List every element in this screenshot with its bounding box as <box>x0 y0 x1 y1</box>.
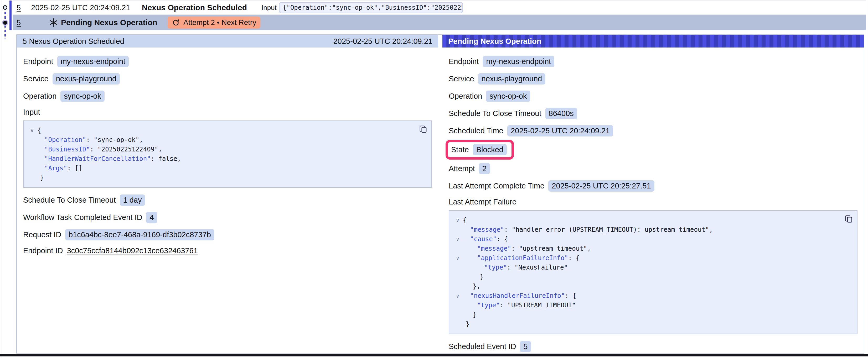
event-row-nexus-operation-scheduled[interactable]: 5 2025-02-25 UTC 20:24:09.21 Nexus Opera… <box>12 0 866 15</box>
json-text: "20250225122409" <box>97 146 158 153</box>
json-text: { <box>37 127 41 134</box>
copy-button[interactable] <box>844 215 853 224</box>
json-text: } <box>466 321 469 328</box>
input-preview-badge[interactable]: {"Operation":"sync-op-ok","BusinessID":"… <box>279 2 463 13</box>
json-text: "sync-op-ok" <box>94 136 139 143</box>
section-last-attempt-failure: Last Attempt Failure∨{"message": "handle… <box>449 198 858 334</box>
field-value-badge: 1 day <box>120 194 145 206</box>
field-label: Attempt <box>449 164 475 173</box>
field-wrap: Operationsync-op-ok <box>449 91 530 102</box>
field-wrap: Scheduled Event ID5 <box>449 341 531 352</box>
scheduled-panel-body: Endpointmy-nexus-endpointServicenexus-pl… <box>17 47 438 266</box>
field-wrap: Attempt2 <box>449 163 490 174</box>
field-label: Request ID <box>23 230 61 239</box>
json-text: , <box>709 226 713 233</box>
json-text: false <box>158 155 177 162</box>
field-label: Service <box>449 74 474 83</box>
code-text: "HandlerWaitForCancellation": false, <box>37 154 181 164</box>
pending-panel-body: Endpointmy-nexus-endpointServicenexus-pl… <box>442 47 864 353</box>
json-text: "NexusFailure" <box>515 264 568 271</box>
json-key: "BusinessID" <box>44 146 90 153</box>
collapse-chevron-icon[interactable]: ∨ <box>453 253 463 263</box>
json-text: : <box>511 245 519 252</box>
json-text: , <box>587 245 591 252</box>
code-text: }, <box>463 282 480 291</box>
field-label: Endpoint <box>449 57 479 66</box>
input-label: Input <box>261 3 277 11</box>
field-label: Service <box>23 74 49 83</box>
scheduled-panel-header: 5 Nexus Operation Scheduled 2025-02-25 U… <box>17 35 438 47</box>
field-value-badge: 2025-02-25 UTC 20:25:27.51 <box>548 180 654 192</box>
code-line: "BusinessID": "20250225122409", <box>27 144 413 154</box>
code-line: } <box>453 272 839 282</box>
collapse-chevron-icon[interactable]: ∨ <box>27 126 37 135</box>
json-text: "upstream timeout" <box>519 245 587 252</box>
copy-button[interactable] <box>418 125 428 134</box>
section-label: Last Attempt Failure <box>449 198 858 206</box>
field-wrap: Schedule To Close Timeout86400s <box>449 108 577 119</box>
panel-title: Pending Nexus Operation <box>448 37 541 46</box>
collapse-chevron-icon[interactable]: ∨ <box>453 291 463 300</box>
field-attempt: Attempt2 <box>449 163 858 174</box>
field-scheduled-event-id: Scheduled Event ID5 <box>449 341 858 352</box>
event-row-pending-nexus-operation[interactable]: 5 Pending Nexus Operation Attempt 2 • Ne… <box>12 15 866 30</box>
field-value-badge: 5 <box>520 341 531 352</box>
code-text: "BusinessID": "20250225122409", <box>37 144 162 154</box>
json-key: "type" <box>484 264 507 271</box>
event-name: Nexus Operation Scheduled <box>142 3 247 12</box>
field-label: Endpoint ID <box>23 247 63 255</box>
field-value-link[interactable]: 3c0c75ccfa8144b092c13ce632463761 <box>67 247 198 255</box>
field-scheduled-time: Scheduled Time2025-02-25 UTC 20:24:09.21 <box>449 125 858 136</box>
json-text: } <box>40 174 44 182</box>
json-text: : <box>151 155 158 162</box>
field-label: Schedule To Close Timeout <box>449 109 541 118</box>
field-wrap: Operationsync-op-ok <box>23 91 104 102</box>
event-id-link[interactable]: 5 <box>17 3 21 12</box>
field-endpoint-id: Endpoint ID3c0c75ccfa8144b092c13ce632463… <box>23 247 432 255</box>
field-value-badge: 2025-02-25 UTC 20:24:09.21 <box>507 125 613 136</box>
collapse-chevron-icon[interactable]: ∨ <box>453 234 463 244</box>
bottom-table-divider <box>0 354 868 356</box>
json-key: "type" <box>477 301 500 309</box>
code-text: { <box>463 216 467 225</box>
attempt-retry-badge: Attempt 2 • Next Retry <box>167 17 260 29</box>
code-text: "message": "upstream timeout", <box>463 244 591 253</box>
event-rows: 5 2025-02-25 UTC 20:24:09.21 Nexus Opera… <box>12 0 866 30</box>
event-id-link[interactable]: 5 <box>17 19 21 27</box>
copy-icon <box>419 125 428 133</box>
field-endpoint: Endpointmy-nexus-endpoint <box>449 56 858 67</box>
code-text: "Args": [] <box>37 164 83 173</box>
code-text: "type": "UPSTREAM_TIMEOUT" <box>463 300 576 310</box>
json-text: } <box>480 273 484 281</box>
json-text: : <box>507 264 515 271</box>
code-line: "Operation": "sync-op-ok", <box>27 135 413 144</box>
field-label: State <box>451 145 469 154</box>
code-text: "applicationFailureInfo": { <box>463 253 580 263</box>
collapse-chevron-icon[interactable]: ∨ <box>453 216 463 225</box>
json-text: "handler error (UPSTREAM_TIMEOUT): upstr… <box>512 226 709 233</box>
field-value-badge: b1c6a4bc-8ee7-468a-9169-df3b02c8737b <box>65 229 214 240</box>
json-code-block: ∨{"Operation": "sync-op-ok","BusinessID"… <box>23 121 432 188</box>
code-line: } <box>27 173 413 183</box>
field-label: Scheduled Event ID <box>449 342 516 351</box>
code-line: ∨"applicationFailureInfo": { <box>453 253 839 263</box>
code-line: ∨{ <box>453 216 839 225</box>
field-value-badge: sync-op-ok <box>486 91 530 102</box>
field-label: Scheduled Time <box>449 127 503 135</box>
code-line: } <box>453 310 839 319</box>
selected-event-accent-bar <box>9 1 11 30</box>
json-text: : { <box>568 254 580 262</box>
field-last-attempt-complete-time: Last Attempt Complete Time2025-02-25 UTC… <box>449 180 858 192</box>
code-line: "type": "NexusFailure" <box>453 263 839 272</box>
field-service: Servicenexus-playground <box>23 73 432 85</box>
code-line: "type": "UPSTREAM_TIMEOUT" <box>453 300 839 310</box>
json-key: "nexusHandlerFailureInfo" <box>470 292 565 299</box>
field-operation: Operationsync-op-ok <box>23 91 432 102</box>
field-wrap: Last Attempt Complete Time2025-02-25 UTC… <box>449 180 654 192</box>
copy-icon <box>844 215 853 223</box>
annotation-highlight-box: StateBlocked <box>445 140 514 160</box>
field-wrap: Servicenexus-playground <box>449 73 546 85</box>
json-key: "Args" <box>44 165 67 172</box>
json-key: "cause" <box>470 235 497 243</box>
field-value-badge: nexus-playground <box>53 73 120 85</box>
